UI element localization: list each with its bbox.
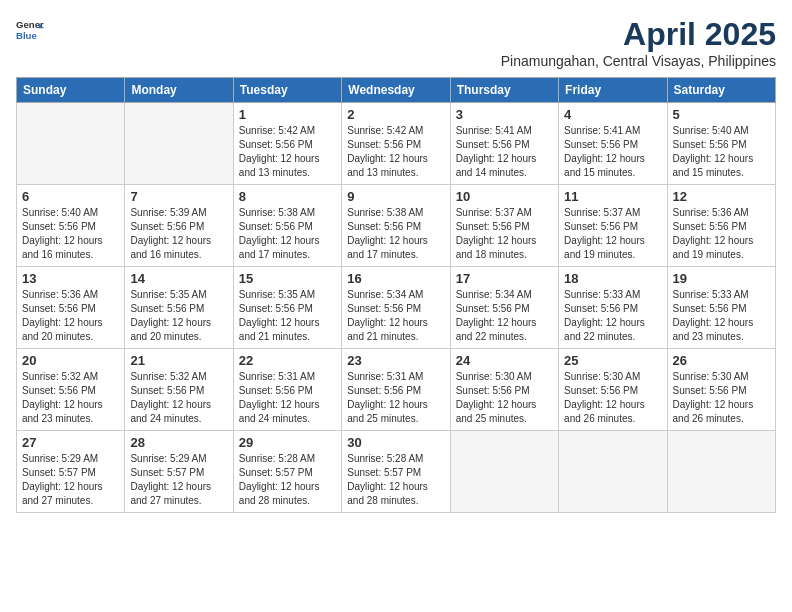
day-info: Sunrise: 5:40 AM Sunset: 5:56 PM Dayligh… [22, 206, 119, 262]
day-info: Sunrise: 5:28 AM Sunset: 5:57 PM Dayligh… [239, 452, 336, 508]
day-info: Sunrise: 5:36 AM Sunset: 5:56 PM Dayligh… [673, 206, 770, 262]
day-cell: 19Sunrise: 5:33 AM Sunset: 5:56 PM Dayli… [667, 267, 775, 349]
day-cell: 1Sunrise: 5:42 AM Sunset: 5:56 PM Daylig… [233, 103, 341, 185]
day-number: 24 [456, 353, 553, 368]
day-number: 22 [239, 353, 336, 368]
day-cell: 28Sunrise: 5:29 AM Sunset: 5:57 PM Dayli… [125, 431, 233, 513]
day-number: 28 [130, 435, 227, 450]
day-number: 9 [347, 189, 444, 204]
day-cell: 27Sunrise: 5:29 AM Sunset: 5:57 PM Dayli… [17, 431, 125, 513]
weekday-header-friday: Friday [559, 78, 667, 103]
day-info: Sunrise: 5:28 AM Sunset: 5:57 PM Dayligh… [347, 452, 444, 508]
day-cell: 18Sunrise: 5:33 AM Sunset: 5:56 PM Dayli… [559, 267, 667, 349]
day-cell: 30Sunrise: 5:28 AM Sunset: 5:57 PM Dayli… [342, 431, 450, 513]
day-cell: 26Sunrise: 5:30 AM Sunset: 5:56 PM Dayli… [667, 349, 775, 431]
day-number: 21 [130, 353, 227, 368]
weekday-header-tuesday: Tuesday [233, 78, 341, 103]
weekday-header-saturday: Saturday [667, 78, 775, 103]
day-info: Sunrise: 5:39 AM Sunset: 5:56 PM Dayligh… [130, 206, 227, 262]
day-cell: 11Sunrise: 5:37 AM Sunset: 5:56 PM Dayli… [559, 185, 667, 267]
day-number: 2 [347, 107, 444, 122]
day-number: 27 [22, 435, 119, 450]
day-cell: 29Sunrise: 5:28 AM Sunset: 5:57 PM Dayli… [233, 431, 341, 513]
day-number: 17 [456, 271, 553, 286]
day-cell [125, 103, 233, 185]
logo: General Blue [16, 16, 44, 44]
day-number: 3 [456, 107, 553, 122]
day-cell [559, 431, 667, 513]
day-cell: 20Sunrise: 5:32 AM Sunset: 5:56 PM Dayli… [17, 349, 125, 431]
day-info: Sunrise: 5:36 AM Sunset: 5:56 PM Dayligh… [22, 288, 119, 344]
month-title: April 2025 [501, 16, 776, 53]
day-info: Sunrise: 5:42 AM Sunset: 5:56 PM Dayligh… [239, 124, 336, 180]
day-cell: 16Sunrise: 5:34 AM Sunset: 5:56 PM Dayli… [342, 267, 450, 349]
title-area: April 2025 Pinamungahan, Central Visayas… [501, 16, 776, 69]
day-info: Sunrise: 5:41 AM Sunset: 5:56 PM Dayligh… [564, 124, 661, 180]
svg-text:Blue: Blue [16, 30, 37, 41]
day-info: Sunrise: 5:37 AM Sunset: 5:56 PM Dayligh… [564, 206, 661, 262]
day-number: 25 [564, 353, 661, 368]
day-number: 23 [347, 353, 444, 368]
day-info: Sunrise: 5:30 AM Sunset: 5:56 PM Dayligh… [456, 370, 553, 426]
day-info: Sunrise: 5:35 AM Sunset: 5:56 PM Dayligh… [130, 288, 227, 344]
day-cell: 8Sunrise: 5:38 AM Sunset: 5:56 PM Daylig… [233, 185, 341, 267]
day-cell: 5Sunrise: 5:40 AM Sunset: 5:56 PM Daylig… [667, 103, 775, 185]
location-title: Pinamungahan, Central Visayas, Philippin… [501, 53, 776, 69]
week-row-3: 13Sunrise: 5:36 AM Sunset: 5:56 PM Dayli… [17, 267, 776, 349]
day-info: Sunrise: 5:31 AM Sunset: 5:56 PM Dayligh… [347, 370, 444, 426]
logo-icon: General Blue [16, 16, 44, 44]
day-cell: 12Sunrise: 5:36 AM Sunset: 5:56 PM Dayli… [667, 185, 775, 267]
day-number: 26 [673, 353, 770, 368]
day-info: Sunrise: 5:30 AM Sunset: 5:56 PM Dayligh… [564, 370, 661, 426]
day-info: Sunrise: 5:32 AM Sunset: 5:56 PM Dayligh… [22, 370, 119, 426]
weekday-header-row: SundayMondayTuesdayWednesdayThursdayFrid… [17, 78, 776, 103]
day-cell: 22Sunrise: 5:31 AM Sunset: 5:56 PM Dayli… [233, 349, 341, 431]
day-info: Sunrise: 5:33 AM Sunset: 5:56 PM Dayligh… [564, 288, 661, 344]
day-number: 16 [347, 271, 444, 286]
day-info: Sunrise: 5:29 AM Sunset: 5:57 PM Dayligh… [130, 452, 227, 508]
day-info: Sunrise: 5:38 AM Sunset: 5:56 PM Dayligh… [239, 206, 336, 262]
day-cell: 25Sunrise: 5:30 AM Sunset: 5:56 PM Dayli… [559, 349, 667, 431]
day-number: 7 [130, 189, 227, 204]
day-cell: 10Sunrise: 5:37 AM Sunset: 5:56 PM Dayli… [450, 185, 558, 267]
week-row-4: 20Sunrise: 5:32 AM Sunset: 5:56 PM Dayli… [17, 349, 776, 431]
day-number: 8 [239, 189, 336, 204]
day-number: 12 [673, 189, 770, 204]
day-cell: 4Sunrise: 5:41 AM Sunset: 5:56 PM Daylig… [559, 103, 667, 185]
day-cell: 9Sunrise: 5:38 AM Sunset: 5:56 PM Daylig… [342, 185, 450, 267]
day-cell [450, 431, 558, 513]
day-cell [17, 103, 125, 185]
day-info: Sunrise: 5:34 AM Sunset: 5:56 PM Dayligh… [347, 288, 444, 344]
day-number: 1 [239, 107, 336, 122]
day-info: Sunrise: 5:41 AM Sunset: 5:56 PM Dayligh… [456, 124, 553, 180]
day-cell: 3Sunrise: 5:41 AM Sunset: 5:56 PM Daylig… [450, 103, 558, 185]
day-number: 14 [130, 271, 227, 286]
day-number: 6 [22, 189, 119, 204]
day-info: Sunrise: 5:30 AM Sunset: 5:56 PM Dayligh… [673, 370, 770, 426]
day-number: 18 [564, 271, 661, 286]
day-cell: 13Sunrise: 5:36 AM Sunset: 5:56 PM Dayli… [17, 267, 125, 349]
day-cell: 14Sunrise: 5:35 AM Sunset: 5:56 PM Dayli… [125, 267, 233, 349]
day-number: 4 [564, 107, 661, 122]
day-info: Sunrise: 5:37 AM Sunset: 5:56 PM Dayligh… [456, 206, 553, 262]
calendar: SundayMondayTuesdayWednesdayThursdayFrid… [16, 77, 776, 513]
day-cell: 21Sunrise: 5:32 AM Sunset: 5:56 PM Dayli… [125, 349, 233, 431]
day-info: Sunrise: 5:40 AM Sunset: 5:56 PM Dayligh… [673, 124, 770, 180]
day-cell: 2Sunrise: 5:42 AM Sunset: 5:56 PM Daylig… [342, 103, 450, 185]
day-number: 29 [239, 435, 336, 450]
day-number: 13 [22, 271, 119, 286]
day-number: 15 [239, 271, 336, 286]
day-info: Sunrise: 5:29 AM Sunset: 5:57 PM Dayligh… [22, 452, 119, 508]
day-number: 10 [456, 189, 553, 204]
weekday-header-wednesday: Wednesday [342, 78, 450, 103]
day-number: 5 [673, 107, 770, 122]
day-number: 20 [22, 353, 119, 368]
day-cell: 7Sunrise: 5:39 AM Sunset: 5:56 PM Daylig… [125, 185, 233, 267]
day-info: Sunrise: 5:31 AM Sunset: 5:56 PM Dayligh… [239, 370, 336, 426]
week-row-5: 27Sunrise: 5:29 AM Sunset: 5:57 PM Dayli… [17, 431, 776, 513]
day-cell [667, 431, 775, 513]
day-info: Sunrise: 5:35 AM Sunset: 5:56 PM Dayligh… [239, 288, 336, 344]
day-number: 19 [673, 271, 770, 286]
weekday-header-thursday: Thursday [450, 78, 558, 103]
weekday-header-sunday: Sunday [17, 78, 125, 103]
